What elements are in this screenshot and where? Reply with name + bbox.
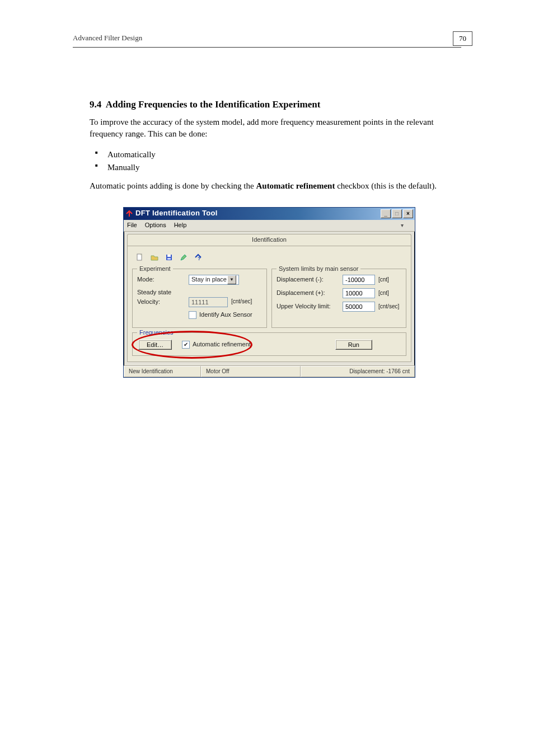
mode-select[interactable]: Stay in place ▼: [189, 275, 239, 285]
svg-rect-3: [167, 258, 171, 260]
open-icon[interactable]: [148, 251, 161, 264]
svg-rect-2: [167, 255, 171, 257]
minimize-button[interactable]: _: [381, 209, 391, 218]
auto-refinement-checkbox[interactable]: ✔: [182, 341, 190, 349]
run-button[interactable]: Run: [335, 340, 372, 350]
disp-neg-label: Displacement (-):: [277, 275, 343, 284]
close-button[interactable]: ×: [403, 209, 413, 218]
experiment-group: Experiment Mode: Stay in place ▼ St: [132, 269, 267, 328]
edit-button[interactable]: Edit…: [138, 340, 172, 350]
aux-sensor-checkbox[interactable]: [189, 311, 196, 319]
mode-label: Mode:: [137, 275, 189, 284]
intro-paragraph: To improve the accuracy of the system mo…: [90, 116, 456, 141]
maximize-button: □: [392, 209, 402, 218]
status-motor: Motor Off: [201, 366, 301, 378]
group-legend: Experiment: [137, 265, 173, 274]
unit-label: [cnt]: [378, 276, 389, 284]
group-legend: Frequencies: [137, 328, 176, 337]
list-item: Manually: [95, 161, 456, 174]
disp-pos-input[interactable]: [343, 288, 375, 298]
help-icon[interactable]: ?: [191, 251, 205, 264]
list-item: Automatically: [95, 148, 456, 161]
running-head: Advanced Filter Design: [73, 34, 142, 43]
window-title: DFT Identification Tool: [135, 208, 381, 219]
menu-options[interactable]: Options: [145, 221, 166, 230]
status-displacement: Displacement: -1766 cnt: [301, 366, 415, 378]
titlebar[interactable]: DFT Identification Tool _ □ ×: [124, 208, 415, 220]
velocity-unit: [cnt/sec]: [231, 298, 252, 306]
unit-label: [cnt]: [378, 289, 389, 298]
app-icon: [125, 210, 133, 218]
status-identification: New Identification: [124, 366, 201, 378]
unit-label: [cnt/sec]: [378, 303, 399, 311]
auto-paragraph: Automatic points adding is done by check…: [90, 180, 456, 192]
toolbar: ?: [132, 250, 406, 265]
velocity-label: Velocity:: [137, 298, 189, 307]
section-heading: 9.4 Adding Frequencies to the Identifica…: [90, 98, 456, 112]
tab-identification[interactable]: Identification: [127, 234, 411, 246]
new-icon[interactable]: [133, 251, 147, 264]
menu-bar[interactable]: File Options Help ▾: [124, 220, 415, 232]
dialog-screenshot: DFT Identification Tool _ □ × File Optio…: [123, 207, 456, 378]
upper-vel-label: Upper Velocity limit:: [277, 302, 343, 311]
status-bar: New Identification Motor Off Displacemen…: [124, 365, 415, 378]
frequencies-group: Frequencies Edit… ✔ Automatic refinement…: [132, 332, 406, 356]
chevron-down-icon[interactable]: ▾: [401, 222, 404, 230]
disp-neg-input[interactable]: [343, 275, 375, 285]
edit-icon[interactable]: [177, 251, 190, 264]
menu-help[interactable]: Help: [174, 221, 187, 230]
upper-vel-input[interactable]: [343, 302, 375, 312]
chevron-down-icon[interactable]: ▼: [227, 275, 236, 284]
dft-window: DFT Identification Tool _ □ × File Optio…: [123, 207, 415, 378]
page-number: 70: [453, 31, 472, 46]
group-legend: System limits by main sensor: [277, 265, 360, 274]
system-limits-group: System limits by main sensor Displacemen…: [271, 269, 406, 328]
aux-sensor-label: Identify Aux Sensor: [199, 311, 252, 320]
svg-text:?: ?: [198, 256, 201, 261]
method-list: Automatically Manually: [90, 148, 456, 173]
save-icon[interactable]: [162, 251, 176, 264]
auto-refinement-label: Automatic refinement: [193, 340, 251, 349]
menu-file[interactable]: File: [127, 221, 137, 230]
velocity-input: [189, 297, 228, 307]
disp-pos-label: Displacement (+):: [277, 289, 343, 298]
steady-state-label: Steady state: [137, 288, 189, 297]
